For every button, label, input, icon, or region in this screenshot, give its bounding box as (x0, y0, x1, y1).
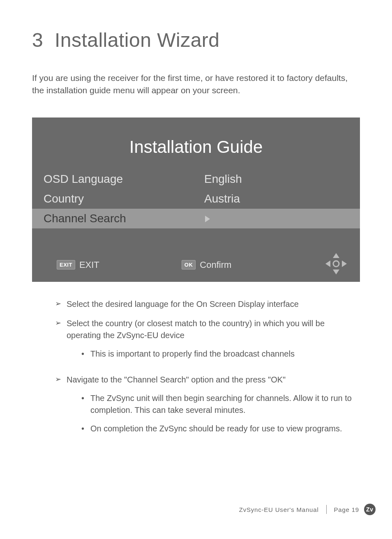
svg-marker-2 (333, 270, 339, 274)
row-value-country: Austria (196, 192, 348, 205)
zv-logo-icon: Zv (364, 504, 376, 515)
footer-manual-name: ZvSync-EU User's Manual (239, 506, 319, 513)
arrow-icon: ➢ (55, 374, 67, 441)
bullet-3-sub-1-text: The ZvSync unit will then begin searchin… (90, 392, 360, 416)
play-icon (204, 212, 211, 225)
svg-point-5 (333, 261, 339, 267)
footer-exit: EXIT EXIT (57, 260, 99, 270)
dpad-icon (324, 251, 348, 278)
exit-badge: EXIT (57, 260, 75, 270)
instruction-list: ➢ Select the desired language for the On… (32, 298, 360, 441)
bullet-2-sublist: • This is important to properly find the… (67, 348, 360, 360)
footer-confirm: OK Confirm (182, 260, 232, 270)
bullet-2-text: Select the country (or closest match to … (67, 318, 360, 341)
bullet-2-sub-1-text: This is important to properly find the b… (90, 348, 295, 360)
row-value-osd: English (196, 173, 348, 186)
row-label-channel-search: Channel Search (44, 212, 196, 225)
row-channel-search: Channel Search (32, 209, 360, 228)
dot-icon: • (81, 392, 90, 416)
arrow-icon: ➢ (55, 298, 67, 310)
screen-footer: EXIT EXIT OK Confirm (32, 247, 360, 282)
screen-title: Installation Guide (32, 137, 360, 157)
bullet-1: ➢ Select the desired language for the On… (55, 298, 360, 310)
arrow-icon: ➢ (55, 318, 67, 366)
bullet-3-sub-2: • On completion the ZvSync should be rea… (81, 423, 360, 435)
installation-guide-screenshot: Installation Guide OSD Language English … (32, 117, 360, 282)
svg-marker-1 (333, 253, 339, 258)
ok-badge: OK (182, 260, 196, 270)
row-label-country: Country (44, 192, 196, 205)
confirm-label: Confirm (200, 260, 231, 270)
dot-icon: • (81, 423, 90, 435)
exit-label: EXIT (79, 260, 99, 270)
page: 3 Installation Wizard If you are using t… (0, 0, 392, 539)
intro-paragraph: If you are using the receiver for the fi… (32, 72, 360, 97)
footer-page-number: Page 19 (334, 506, 359, 513)
bullet-3-sublist: • The ZvSync unit will then begin search… (67, 392, 360, 435)
row-country: Country Austria (32, 189, 360, 209)
chapter-number: 3 (32, 29, 43, 51)
chapter-title: 3 Installation Wizard (32, 29, 360, 51)
chapter-name: Installation Wizard (55, 29, 220, 51)
svg-marker-4 (342, 260, 347, 267)
svg-marker-0 (205, 216, 210, 222)
row-label-osd: OSD Language (44, 173, 196, 186)
svg-marker-3 (325, 260, 330, 267)
row-value-channel-search (196, 212, 348, 225)
bullet-2: ➢ Select the country (or closest match t… (55, 318, 360, 366)
bullet-2-sub-1: • This is important to properly find the… (81, 348, 360, 360)
bullet-2-content: Select the country (or closest match to … (67, 318, 360, 366)
page-footer: ZvSync-EU User's Manual Page 19 Zv (239, 504, 376, 515)
dot-icon: • (81, 348, 90, 360)
bullet-3-text: Navigate to the "Channel Search" option … (67, 374, 360, 386)
row-osd-language: OSD Language English (32, 169, 360, 189)
row-empty (32, 228, 360, 247)
bullet-1-text: Select the desired language for the On S… (67, 298, 360, 310)
footer-divider (326, 505, 327, 514)
bullet-3-sub-2-text: On completion the ZvSync should be ready… (90, 423, 342, 435)
bullet-3: ➢ Navigate to the "Channel Search" optio… (55, 374, 360, 441)
bullet-3-sub-1: • The ZvSync unit will then begin search… (81, 392, 360, 416)
bullet-3-content: Navigate to the "Channel Search" option … (67, 374, 360, 441)
screen-inner: Installation Guide OSD Language English … (32, 117, 360, 282)
